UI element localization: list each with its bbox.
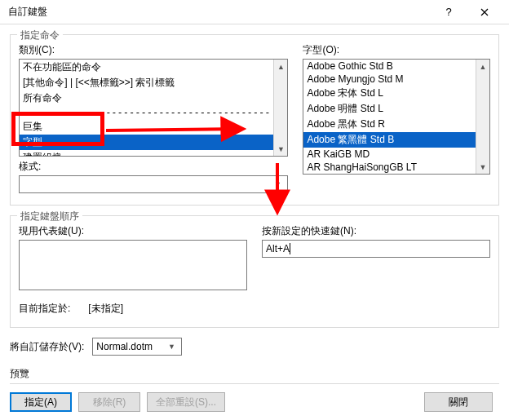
new-key-label: 按新設定的快速鍵(N): xyxy=(262,224,490,238)
category-listbox[interactable]: 不在功能區的命令 [其他命令] | [<<無標籤>>] 索引標籤 所有命令 --… xyxy=(19,59,288,157)
specify-command-group: 指定命令 類別(C): 不在功能區的命令 [其他命令] | [<<無標籤>>] … xyxy=(10,34,499,206)
list-item-separator: ----------------------------------------… xyxy=(20,106,273,119)
save-in-value: Normal.dotm xyxy=(96,341,165,352)
list-item[interactable]: [其他命令] | [<<無標籤>>] 索引標籤 xyxy=(20,75,273,91)
style-combo[interactable]: ▼ xyxy=(19,175,288,193)
scroll-up-icon[interactable]: ▲ xyxy=(274,60,287,73)
close-icon xyxy=(480,8,489,16)
new-key-value: Alt+A xyxy=(266,243,290,254)
list-item[interactable]: 建置組塊 xyxy=(20,150,273,156)
scroll-up-icon[interactable]: ▲ xyxy=(476,60,489,73)
new-key-input[interactable]: Alt+A xyxy=(262,240,490,258)
button-bar: 指定(A) 移除(R) 全部重設(S)... 關閉 xyxy=(10,383,499,412)
remove-button[interactable]: 移除(R) xyxy=(78,392,140,412)
scrollbar[interactable]: ▲ ▼ xyxy=(273,60,287,156)
help-button[interactable]: ? xyxy=(431,1,467,24)
status-label: 目前指定於: xyxy=(19,302,86,316)
list-item[interactable]: Adobe 黑体 Std R xyxy=(303,117,476,132)
list-item-selected[interactable]: 字型 xyxy=(20,135,273,150)
chevron-down-icon: ▼ xyxy=(271,180,284,188)
title-bar: 自訂鍵盤 ? xyxy=(0,0,509,24)
list-item[interactable]: AR KaiGB MD xyxy=(303,148,476,161)
save-in-combo[interactable]: Normal.dotm ▼ xyxy=(92,338,182,356)
current-keys-field[interactable] xyxy=(19,240,247,290)
preview-label: 預覽 xyxy=(10,367,499,381)
list-item[interactable]: AR ShangHaiSongGB LT xyxy=(303,161,476,174)
assigned-to-status: 目前指定於: [未指定] xyxy=(19,302,490,316)
save-in-row: 將自訂儲存於(V): Normal.dotm ▼ xyxy=(10,338,499,356)
keyboard-sequence-group: 指定鍵盤順序 現用代表鍵(U): 按新設定的快速鍵(N): Alt+A 目前指定… xyxy=(10,215,499,328)
current-keys-label: 現用代表鍵(U): xyxy=(19,224,247,238)
text-cursor xyxy=(290,243,290,254)
font-listbox[interactable]: Adobe Gothic Std B Adobe Myungjo Std M A… xyxy=(303,59,490,175)
list-item[interactable]: Adobe 明體 Std L xyxy=(303,101,476,117)
font-label: 字型(O): xyxy=(303,43,490,57)
list-item[interactable]: Adobe 宋体 Std L xyxy=(303,86,476,101)
assign-button[interactable]: 指定(A) xyxy=(10,392,72,412)
list-item[interactable]: Adobe Gothic Std B xyxy=(303,60,476,73)
close-button[interactable] xyxy=(467,1,502,24)
group-title: 指定命令 xyxy=(17,29,63,42)
scroll-down-icon[interactable]: ▼ xyxy=(476,160,489,174)
style-label: 樣式: xyxy=(19,160,288,174)
save-in-label: 將自訂儲存於(V): xyxy=(10,340,84,354)
scroll-track[interactable] xyxy=(476,73,489,160)
close-dialog-button[interactable]: 關閉 xyxy=(424,392,493,412)
window-title: 自訂鍵盤 xyxy=(8,5,431,19)
chevron-down-icon: ▼ xyxy=(165,343,178,351)
list-item[interactable]: 巨集 xyxy=(20,119,273,135)
list-item[interactable]: 不在功能區的命令 xyxy=(20,60,273,75)
category-label: 類別(C): xyxy=(19,43,288,57)
list-item-selected[interactable]: Adobe 繁黑體 Std B xyxy=(303,132,476,148)
reset-all-button[interactable]: 全部重設(S)... xyxy=(147,392,225,412)
scrollbar[interactable]: ▲ ▼ xyxy=(476,60,489,174)
status-value: [未指定] xyxy=(88,303,123,314)
scroll-down-icon[interactable]: ▼ xyxy=(274,142,287,156)
group-title: 指定鍵盤順序 xyxy=(17,210,82,223)
list-item[interactable]: Adobe Myungjo Std M xyxy=(303,73,476,86)
list-item[interactable]: 所有命令 xyxy=(20,91,273,106)
scroll-track[interactable] xyxy=(274,73,287,142)
